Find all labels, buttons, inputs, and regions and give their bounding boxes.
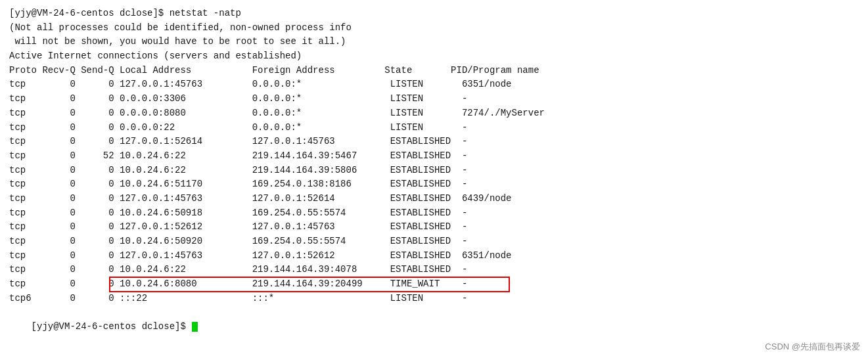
netstat-rows: tcp 0 0 127.0.0.1:45763 0.0.0.0:* LISTEN…: [9, 78, 859, 305]
table-row: tcp 0 0 127.0.0.1:45763 0.0.0.0:* LISTEN…: [9, 78, 859, 92]
table-row: tcp 0 0 0.0.0.0:8080 0.0.0.0:* LISTEN 72…: [9, 106, 859, 121]
warning-line-1: (Not all processes could be identified, …: [9, 21, 859, 35]
command-line: [yjy@VM-24-6-centos dclose]$ netstat -na…: [9, 7, 859, 21]
table-row: tcp 0 0 10.0.24.6:51170 169.254.0.138:81…: [9, 177, 859, 192]
cursor: [192, 322, 198, 332]
active-connections-line: Active Internet connections (servers and…: [9, 49, 859, 64]
column-headers: Proto Recv-Q Send-Q Local Address Foreig…: [9, 64, 859, 78]
warning-line-2: will not be shown, you would have to be …: [9, 35, 859, 49]
highlighted-row: tcp 0 0 10.0.24.6:8080 219.144.164.39:20…: [9, 277, 859, 292]
table-row: tcp 0 0 10.0.24.6:50918 169.254.0.55:557…: [9, 206, 859, 221]
table-row: tcp 0 0 0.0.0.0:3306 0.0.0.0:* LISTEN -: [9, 92, 859, 106]
table-row: tcp 0 0 127.0.0.1:45763 127.0.0.1:52612 …: [9, 249, 859, 263]
table-row: tcp 0 0 127.0.0.1:52614 127.0.0.1:45763 …: [9, 135, 859, 149]
terminal-window: [yjy@VM-24-6-centos dclose]$ netstat -na…: [0, 0, 868, 358]
table-row: tcp 0 0 0.0.0.0:22 0.0.0.0:* LISTEN -: [9, 121, 859, 135]
prompt-end-line: [yjy@VM-24-6-centos dclose]$: [9, 305, 859, 348]
table-row: tcp 0 0 127.0.0.1:52612 127.0.0.1:45763 …: [9, 220, 859, 235]
table-row: tcp 0 0 10.0.24.6:22 219.144.164.39:5806…: [9, 164, 859, 178]
table-row: tcp 0 0 10.0.24.6:22 219.144.164.39:4078…: [9, 263, 859, 277]
table-row: tcp 0 52 10.0.24.6:22 219.144.164.39:546…: [9, 149, 859, 164]
table-row: tcp6 0 0 :::22 :::* LISTEN -: [9, 292, 859, 306]
table-row: tcp 0 0 10.0.24.6:50920 169.254.0.55:557…: [9, 235, 859, 249]
table-row: tcp 0 0 127.0.0.1:45763 127.0.0.1:52614 …: [9, 192, 859, 206]
watermark: CSDN @先搞面包再谈爱: [765, 341, 860, 353]
